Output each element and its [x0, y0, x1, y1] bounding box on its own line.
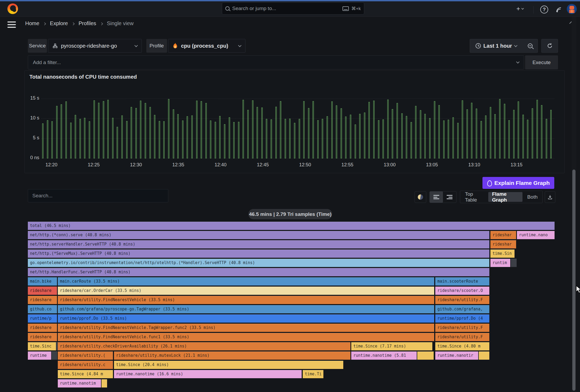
breadcrumb-home[interactable]: Home — [25, 20, 39, 26]
flame-cell[interactable]: rideshare/car.OrderCar (33.5 mins) — [58, 287, 434, 295]
flame-cell[interactable]: rideshare/scooter.O — [435, 287, 489, 295]
flame-cell[interactable]: runtime.nanotime (16.6 mins) — [114, 370, 302, 378]
refresh-button[interactable] — [541, 39, 558, 53]
flame-cell[interactable]: main.carRoute (33.5 mins) — [58, 277, 434, 286]
flame-cell[interactable]: rideshare — [28, 287, 57, 295]
cpu-time-bar-chart[interactable] — [41, 98, 554, 158]
flame-cell[interactable]: net/http.(*ServeMux).ServeHTTP (40.8 min… — [28, 250, 489, 258]
chart-bar — [103, 101, 104, 158]
view-both[interactable]: Both — [524, 192, 541, 202]
flame-cell[interactable]: time.Since (4.84 m — [58, 370, 113, 378]
flame-cell[interactable] — [51, 351, 57, 360]
align-right-button[interactable] — [443, 191, 456, 203]
search-icon — [225, 6, 230, 11]
flame-cell[interactable]: net/http.(*conn).serve (40.8 mins) — [28, 231, 489, 239]
flame-cell[interactable]: rideshare/utility.FindNearestVehicle.Tag… — [58, 324, 434, 332]
chart-bar — [532, 108, 533, 158]
view-top-table[interactable]: Top Table — [461, 192, 487, 202]
flame-cell[interactable]: net/http.HandlerFunc.ServeHTTP (40.8 min… — [28, 268, 489, 276]
chart-title: Total nanoseconds of CPU time consumed — [29, 74, 137, 80]
chart-bar — [275, 107, 277, 158]
flame-cell[interactable] — [511, 259, 517, 267]
flame-cell[interactable] — [479, 351, 489, 360]
flame-cell[interactable]: github.com/grafana/pyroscope-go.TagWrapp… — [58, 305, 434, 313]
time-range-picker[interactable]: Last 1 hour — [470, 39, 523, 53]
flame-cell[interactable]: time.Since (7.17 mins) — [351, 342, 432, 350]
flame-cell[interactable]: runtim — [490, 259, 510, 267]
flame-cell[interactable] — [417, 351, 434, 360]
flame-cell[interactable]: runtime/pprof.Do (4 — [435, 314, 489, 323]
grafana-profiles-page: ⌘+k + ? Home Explore Profiles Si — [0, 0, 580, 392]
chart-bar — [94, 100, 95, 158]
flame-cell[interactable]: time.Since (20.4 mins) — [114, 361, 343, 369]
flame-cell[interactable]: net/http.serverHandler.ServeHTTP (40.8 m… — [28, 240, 489, 248]
flame-cell[interactable]: main.scooterRoute — [435, 277, 489, 286]
new-menu-button[interactable]: + — [516, 6, 524, 12]
flame-cell[interactable]: rideshare — [28, 333, 57, 341]
flame-cell[interactable]: rideshare/utility.F — [435, 296, 489, 304]
flame-cell[interactable]: rideshare/utility.c — [58, 361, 113, 369]
filter-text-input[interactable] — [33, 60, 517, 65]
flame-cell[interactable]: rideshare/utility.FindNearestVehicle (33… — [58, 296, 434, 304]
align-left-button[interactable] — [430, 191, 443, 203]
flame-cell[interactable]: total (46.5 mins) — [28, 222, 555, 230]
help-button[interactable]: ? — [540, 6, 548, 14]
breadcrumb-profiles[interactable]: Profiles — [78, 20, 96, 26]
flame-cell[interactable]: time.Sin — [490, 250, 515, 258]
global-search-box[interactable]: ⌘+k — [222, 2, 364, 15]
flame-cell[interactable]: github.com/grafana, — [435, 305, 489, 313]
menu-hamburger-button[interactable] — [7, 21, 16, 28]
flame-cell[interactable]: rideshare/utility.checkDriverAvailabilit… — [58, 342, 350, 350]
chart-bar — [322, 119, 323, 158]
service-dropdown[interactable]: pyroscope-rideshare-go — [48, 39, 142, 53]
flame-cell[interactable]: runtime.nanotim — [58, 379, 101, 387]
chart-bar — [406, 116, 407, 158]
breadcrumb-explore[interactable]: Explore — [50, 20, 68, 26]
view-flame-graph[interactable]: Flame Graph — [488, 192, 522, 202]
flame-cell[interactable]: go.opentelemetry.io/contrib/instrumentat… — [28, 259, 489, 267]
flame-cell[interactable]: main.bike — [28, 277, 57, 286]
execute-button[interactable]: Execute — [525, 55, 558, 69]
chart-bar — [107, 100, 109, 158]
flame-cell[interactable]: rideshare — [28, 296, 57, 304]
flame-cell[interactable]: runtime/pprof.Do (33.5 mins) — [58, 314, 434, 323]
flame-cell[interactable]: rideshare — [28, 324, 57, 332]
filter-input[interactable] — [28, 55, 524, 69]
news-rss-icon[interactable] — [555, 6, 563, 14]
flame-cell[interactable]: rideshare/utility.( — [58, 351, 113, 360]
flame-cell[interactable]: rideshare/utility.mutexLock (21.1 mins) — [114, 351, 350, 360]
keyboard-icon — [342, 6, 349, 11]
chart-bar — [219, 116, 221, 158]
flame-search-box[interactable] — [28, 189, 168, 202]
y-axis-tick: 10 s — [22, 115, 39, 121]
color-scheme-toggle-button[interactable] — [415, 191, 426, 203]
flame-cell[interactable]: rideshare/utility.FindNearestVehicle.fun… — [58, 333, 434, 341]
flame-cell[interactable]: time.Since (4.80 m — [435, 342, 489, 350]
flame-cell[interactable]: rideshar — [490, 240, 516, 248]
grafana-logo-icon[interactable] — [7, 3, 18, 14]
explain-flame-graph-button[interactable]: Explain Flame Graph — [482, 177, 554, 189]
flame-search-input[interactable] — [32, 193, 164, 199]
flame-cell[interactable]: time.Sinc — [28, 342, 56, 350]
user-avatar[interactable] — [567, 4, 577, 14]
flame-cell[interactable]: runtime.nano — [517, 231, 555, 239]
global-search-input[interactable] — [232, 6, 340, 11]
page-scrollbar-thumb[interactable] — [572, 170, 575, 391]
download-button[interactable] — [545, 191, 555, 203]
chart-bar — [508, 120, 510, 158]
flame-cell[interactable]: runtime.nanotime (5.81 — [351, 351, 417, 360]
chart-bar — [499, 99, 500, 158]
chart-bar — [215, 122, 216, 158]
flame-cell[interactable]: rideshare/utility.F — [435, 333, 489, 341]
flame-cell[interactable]: time.Ti — [303, 370, 323, 378]
chevron-down-icon — [516, 60, 520, 64]
profile-dropdown[interactable]: cpu (process_cpu) — [168, 39, 245, 53]
flame-cell[interactable]: github.co — [28, 305, 57, 313]
zoom-out-button[interactable] — [522, 39, 538, 53]
flame-cell[interactable]: runtime.nanotir — [435, 351, 478, 360]
flame-cell[interactable]: runtime/p — [28, 314, 57, 323]
flame-cell[interactable]: rideshare/utility.F — [435, 324, 489, 332]
flame-cell[interactable]: rideshar — [490, 231, 516, 239]
flame-cell[interactable] — [102, 379, 107, 387]
flame-cell[interactable]: runtime — [28, 351, 51, 360]
